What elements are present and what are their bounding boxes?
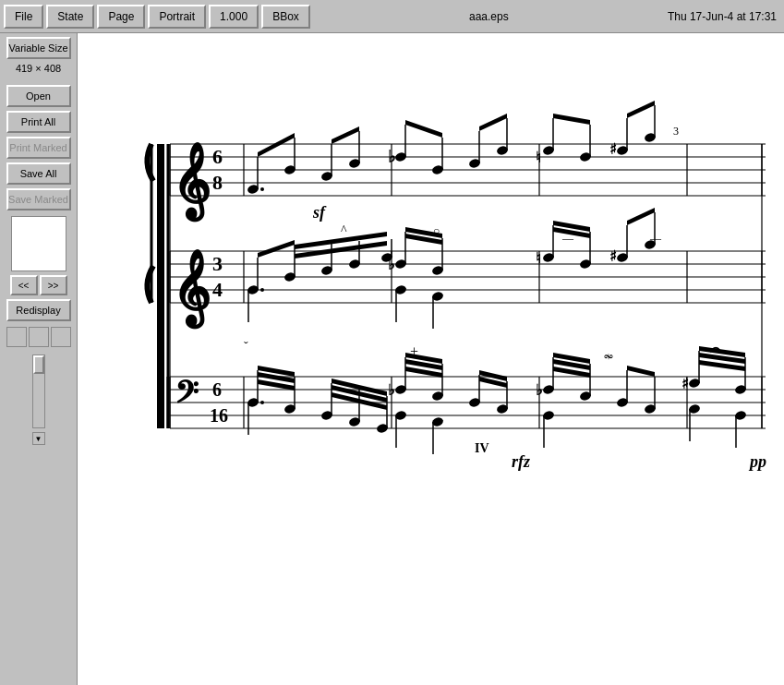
- filename-display: aaa.eps: [313, 10, 665, 23]
- print-marked-button[interactable]: Print Marked: [6, 137, 71, 159]
- portrait-button[interactable]: Portrait: [148, 5, 206, 29]
- page-button[interactable]: Page: [97, 5, 145, 29]
- score-canvas: [78, 33, 784, 685]
- page-box-2: [29, 327, 49, 347]
- score-area: [78, 33, 784, 685]
- top-toolbar: File State Page Portrait 1.000 BBox aaa.…: [0, 0, 784, 33]
- size-display: 419 × 408: [6, 63, 71, 81]
- bbox-button[interactable]: BBox: [261, 5, 310, 29]
- left-panel: Variable Size 419 × 408 Open Print All P…: [0, 33, 78, 685]
- zoom-button[interactable]: 1.000: [209, 5, 259, 29]
- save-all-button[interactable]: Save All: [6, 162, 71, 185]
- state-button[interactable]: State: [46, 5, 94, 29]
- scroll-area[interactable]: [32, 355, 45, 428]
- print-all-button[interactable]: Print All: [6, 111, 71, 133]
- redisplay-button[interactable]: Redisplay: [6, 299, 71, 321]
- save-marked-button[interactable]: Save Marked: [6, 188, 71, 210]
- thumbnail-box: [11, 216, 66, 271]
- variable-size-button[interactable]: Variable Size: [6, 37, 71, 59]
- prev-button[interactable]: <<: [10, 275, 38, 295]
- scroll-thumb[interactable]: [33, 355, 44, 374]
- next-button[interactable]: >>: [40, 275, 67, 295]
- nav-row: << >>: [10, 275, 67, 295]
- page-box-1: [6, 327, 27, 347]
- datetime-display: Thu 17-Jun-4 at 17:31: [668, 10, 780, 23]
- file-button[interactable]: File: [4, 5, 43, 29]
- open-button[interactable]: Open: [6, 85, 71, 107]
- main-layout: Variable Size 419 × 408 Open Print All P…: [0, 33, 784, 685]
- page-box-3: [51, 327, 71, 347]
- scroll-down-arrow[interactable]: ▼: [32, 432, 45, 445]
- page-indicators: [6, 327, 71, 347]
